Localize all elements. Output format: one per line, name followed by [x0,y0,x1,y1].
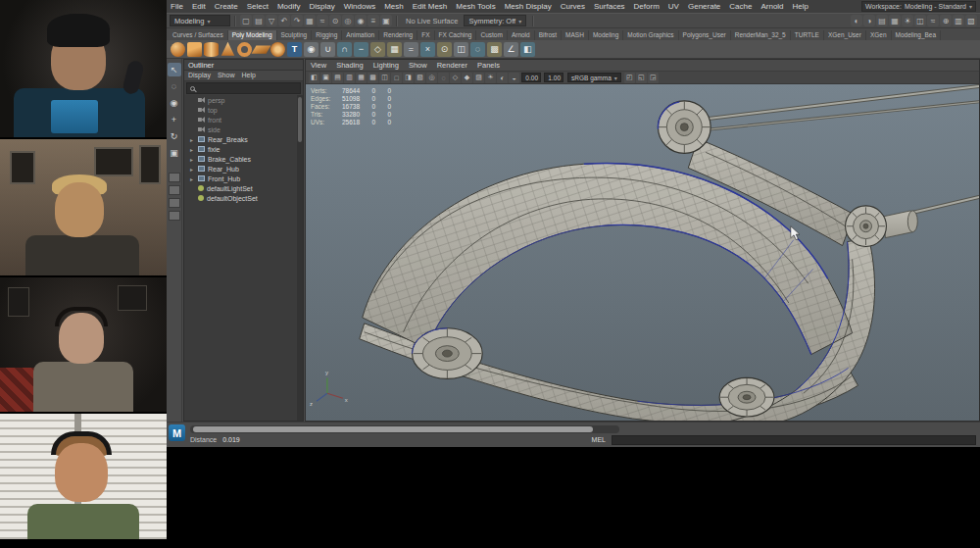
new-scene-icon[interactable]: ▢ [240,15,252,26]
outliner-item[interactable]: ▸ top [184,105,303,115]
snap-point-icon[interactable]: ⊙ [329,15,341,26]
shelf-tab[interactable]: Rendering [379,30,417,40]
outliner-item[interactable]: ▸ Front_Hub [184,174,303,183]
bridge-icon[interactable]: = [404,42,418,57]
shelf-tab[interactable]: Curves / Surfaces [169,30,228,40]
open-scene-icon[interactable]: ▤ [253,15,265,26]
horizontal-scrollbar[interactable] [190,425,619,433]
safe-action-icon[interactable]: ◎ [426,73,437,83]
viewport-menu-item[interactable]: Show [409,61,427,70]
viewport-menu-item[interactable]: Lighting [373,61,399,70]
outliner-item[interactable]: ▸ Brake_Cables [184,154,303,164]
outliner-item[interactable]: ▸ Rear_Hub [184,164,303,174]
ipr-render-icon[interactable]: ◑ [863,15,875,26]
poly-disc-icon[interactable] [270,42,285,57]
shaded-icon[interactable]: ◆ [462,73,472,83]
render-icon[interactable]: ◐ [851,15,862,26]
layout-split-button[interactable] [169,211,180,221]
menu-item[interactable]: Deform [634,2,660,11]
outliner-toggle-icon[interactable]: ◫ [914,15,926,26]
gate-mask-icon[interactable]: ◨ [403,73,414,83]
shelf-tab[interactable]: Bifrost [535,30,562,40]
save-scene-icon[interactable]: ▽ [266,15,277,26]
viewport-menu-item[interactable]: Renderer [437,61,467,70]
paint-select-tool[interactable]: ◉ [168,96,181,110]
menu-item[interactable]: Edit [192,2,206,11]
ao-icon[interactable]: ◒ [509,73,519,83]
shelf-tab[interactable]: XGen_User [824,30,866,40]
combine-icon[interactable]: ∪ [320,42,335,57]
mel-label[interactable]: MEL [592,436,606,443]
symmetrize-icon[interactable]: ◧ [520,42,535,57]
menu-item[interactable]: Display [310,2,335,11]
viewport-canvas[interactable]: x y z Verts: 78644 0 0 [306,84,979,421]
select-tool[interactable]: ↖ [168,63,181,76]
menu-item[interactable]: Create [215,2,238,11]
textured-icon[interactable]: ▨ [473,73,484,83]
poly-cone-icon[interactable] [220,42,235,57]
shelf-tab[interactable]: FX [417,30,434,40]
outliner-item[interactable]: ▸ defaultObjectSet [184,193,303,203]
menu-item[interactable]: Mesh [384,2,404,11]
poly-text-icon[interactable]: T [287,42,302,57]
expand-arrow-icon[interactable]: ▸ [190,175,195,182]
outliner-item[interactable]: ▸ defaultLightSet [184,183,303,193]
outliner-scrollbar[interactable] [297,95,303,421]
scrollbar-thumb[interactable] [193,426,593,432]
snap-center-icon[interactable]: ◎ [342,15,354,26]
workspace-selector[interactable]: Workspace: Modeling - Standard ▾ [861,1,976,12]
scale-tool[interactable]: ▣ [168,146,181,160]
mirror-icon[interactable]: ◫ [454,42,468,57]
menu-item[interactable]: Curves [561,2,585,11]
expand-arrow-icon[interactable]: ▸ [190,146,195,153]
extrude-icon[interactable]: ◇ [370,42,385,57]
shelf-tab[interactable]: XGen [866,30,892,40]
viewport-menu-item[interactable]: Panels [477,61,500,70]
menu-set-dropdown[interactable]: Modeling ▾ [170,15,230,26]
attribute-editor-icon[interactable]: ▥ [953,15,964,26]
snap-curve-icon[interactable]: ≈ [317,15,328,26]
multi-cut-icon[interactable]: × [420,42,435,57]
menu-item[interactable]: Help [793,2,808,11]
layout-four-view-button[interactable] [169,185,180,195]
move-tool[interactable]: + [168,113,181,126]
isolate-select-icon[interactable]: ◰ [624,73,635,83]
resolution-gate-icon[interactable]: □ [391,73,402,83]
poly-sphere-icon[interactable] [171,42,185,57]
expand-arrow-icon[interactable]: ▸ [190,166,195,173]
poly-torus-icon[interactable] [237,42,252,57]
quad-draw-icon[interactable]: ▩ [487,42,502,57]
poly-plane-icon[interactable] [252,45,271,53]
menu-item[interactable]: Windows [344,2,375,11]
outliner-item[interactable]: ▸ Rear_Breaks [184,134,303,144]
outliner-item[interactable]: ▸ side [184,125,303,134]
undo-icon[interactable]: ↶ [278,15,290,26]
shelf-tab[interactable]: FX Caching [435,30,477,40]
shelf-tab[interactable]: Poly Modeling [228,30,277,40]
shelf-tab[interactable]: Motion Graphics [623,30,678,40]
select-hierarchy-icon[interactable]: ▣ [380,15,392,26]
shelf-tab[interactable]: Arnold [508,30,535,40]
shelf-tab[interactable]: Polygons_User [679,30,731,40]
outliner-item[interactable]: ▸ persp [184,95,303,105]
mel-command-input[interactable] [612,435,976,445]
construction-history-icon[interactable]: ≡ [368,15,379,26]
menu-item[interactable]: Mesh Tools [456,2,495,11]
outliner-item[interactable]: ▸ fixie [184,144,303,154]
viewport-menu-item[interactable]: Shading [336,61,364,70]
outliner-menu-item[interactable]: Show [218,72,235,80]
crease-icon[interactable]: ∠ [504,42,518,57]
shelf-tab[interactable]: Modeling_Bea [892,30,942,40]
expand-arrow-icon[interactable]: ▸ [190,156,195,163]
menu-item[interactable]: Modify [277,2,301,11]
xray-icon[interactable]: ◱ [636,73,647,83]
shelf-tab[interactable]: TURTLE [791,30,824,40]
camera-attributes-icon[interactable]: ▤ [332,73,343,83]
menu-item[interactable]: Mesh Display [505,2,552,11]
snap-grid-icon[interactable]: ▦ [304,15,316,26]
separate-icon[interactable]: ∩ [337,42,352,57]
view-grid-icon[interactable]: ▩ [368,73,378,83]
image-plane-icon[interactable]: ▦ [356,73,367,83]
select-camera-icon[interactable]: ◧ [309,73,319,83]
expand-arrow-icon[interactable]: ▸ [190,136,195,143]
